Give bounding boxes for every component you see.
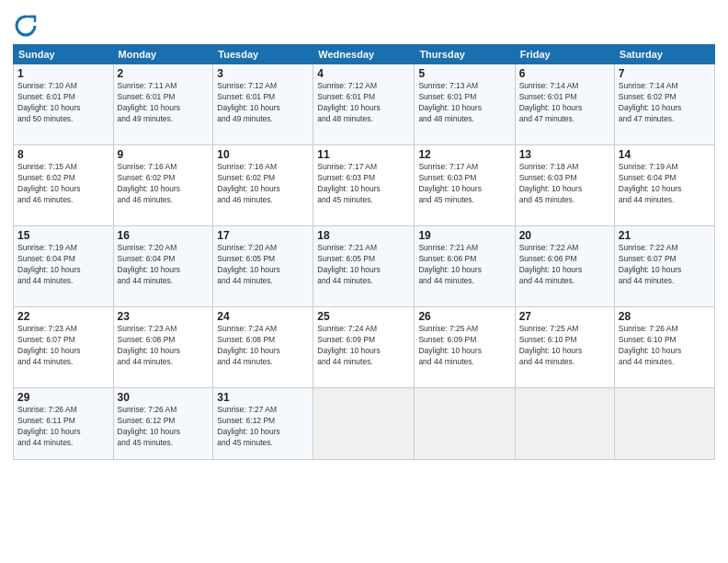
day-info: Sunrise: 7:11 AM Sunset: 6:01 PM Dayligh… — [118, 81, 210, 125]
table-row: 8 Sunrise: 7:15 AM Sunset: 6:02 PM Dayli… — [14, 145, 114, 226]
calendar-table: Sunday Monday Tuesday Wednesday Thursday… — [13, 44, 715, 460]
day-info: Sunrise: 7:14 AM Sunset: 6:02 PM Dayligh… — [619, 81, 711, 125]
table-row: 3 Sunrise: 7:12 AM Sunset: 6:01 PM Dayli… — [213, 64, 313, 145]
day-info: Sunrise: 7:21 AM Sunset: 6:06 PM Dayligh… — [418, 243, 510, 287]
day-number: 4 — [317, 67, 410, 80]
day-number: 13 — [519, 148, 610, 161]
table-row: 1 Sunrise: 7:10 AM Sunset: 6:01 PM Dayli… — [14, 64, 114, 145]
table-row: 11 Sunrise: 7:17 AM Sunset: 6:03 PM Dayl… — [313, 145, 415, 226]
day-number: 5 — [418, 67, 510, 80]
table-row: 25 Sunrise: 7:24 AM Sunset: 6:09 PM Dayl… — [313, 307, 415, 388]
day-info: Sunrise: 7:24 AM Sunset: 6:09 PM Dayligh… — [317, 324, 410, 368]
day-info: Sunrise: 7:22 AM Sunset: 6:06 PM Dayligh… — [519, 243, 610, 287]
col-tuesday: Tuesday — [213, 45, 313, 64]
header — [13, 9, 715, 39]
table-row: 19 Sunrise: 7:21 AM Sunset: 6:06 PM Dayl… — [415, 226, 515, 307]
header-row: Sunday Monday Tuesday Wednesday Thursday… — [14, 45, 715, 64]
table-row: 4 Sunrise: 7:12 AM Sunset: 6:01 PM Dayli… — [313, 64, 415, 145]
table-row: 10 Sunrise: 7:16 AM Sunset: 6:02 PM Dayl… — [213, 145, 313, 226]
table-row: 9 Sunrise: 7:16 AM Sunset: 6:02 PM Dayli… — [113, 145, 213, 226]
table-row: 26 Sunrise: 7:25 AM Sunset: 6:09 PM Dayl… — [415, 307, 515, 388]
day-number: 18 — [317, 229, 410, 242]
day-number: 10 — [217, 148, 309, 161]
day-number: 15 — [17, 229, 109, 242]
day-info: Sunrise: 7:17 AM Sunset: 6:03 PM Dayligh… — [418, 162, 510, 206]
day-number: 19 — [418, 229, 510, 242]
table-row: 13 Sunrise: 7:18 AM Sunset: 6:03 PM Dayl… — [515, 145, 614, 226]
table-row: 30 Sunrise: 7:26 AM Sunset: 6:12 PM Dayl… — [113, 388, 213, 460]
day-info: Sunrise: 7:12 AM Sunset: 6:01 PM Dayligh… — [317, 81, 410, 125]
col-sunday: Sunday — [14, 45, 114, 64]
logo-icon — [13, 13, 39, 39]
day-number: 24 — [217, 310, 309, 323]
table-row — [313, 388, 415, 460]
col-monday: Monday — [113, 45, 213, 64]
logo — [13, 13, 42, 39]
day-number: 21 — [619, 229, 711, 242]
day-info: Sunrise: 7:16 AM Sunset: 6:02 PM Dayligh… — [118, 162, 210, 206]
table-row: 15 Sunrise: 7:19 AM Sunset: 6:04 PM Dayl… — [14, 226, 114, 307]
day-info: Sunrise: 7:16 AM Sunset: 6:02 PM Dayligh… — [217, 162, 309, 206]
day-number: 9 — [118, 148, 210, 161]
day-info: Sunrise: 7:10 AM Sunset: 6:01 PM Dayligh… — [17, 81, 109, 125]
day-info: Sunrise: 7:19 AM Sunset: 6:04 PM Dayligh… — [619, 162, 711, 206]
table-row — [515, 388, 614, 460]
day-number: 6 — [519, 67, 610, 80]
day-number: 7 — [619, 67, 711, 80]
day-info: Sunrise: 7:27 AM Sunset: 6:12 PM Dayligh… — [217, 405, 309, 449]
day-info: Sunrise: 7:26 AM Sunset: 6:10 PM Dayligh… — [619, 324, 711, 368]
day-number: 22 — [17, 310, 109, 323]
day-number: 29 — [17, 391, 109, 404]
day-number: 14 — [619, 148, 711, 161]
day-info: Sunrise: 7:26 AM Sunset: 6:12 PM Dayligh… — [118, 405, 210, 449]
col-saturday: Saturday — [614, 45, 714, 64]
calendar-row: 1 Sunrise: 7:10 AM Sunset: 6:01 PM Dayli… — [14, 64, 715, 145]
day-info: Sunrise: 7:25 AM Sunset: 6:09 PM Dayligh… — [418, 324, 510, 368]
table-row: 17 Sunrise: 7:20 AM Sunset: 6:05 PM Dayl… — [213, 226, 313, 307]
day-number: 27 — [519, 310, 610, 323]
calendar-row: 8 Sunrise: 7:15 AM Sunset: 6:02 PM Dayli… — [14, 145, 715, 226]
day-info: Sunrise: 7:25 AM Sunset: 6:10 PM Dayligh… — [519, 324, 610, 368]
day-number: 3 — [217, 67, 309, 80]
calendar-row: 29 Sunrise: 7:26 AM Sunset: 6:11 PM Dayl… — [14, 388, 715, 460]
day-info: Sunrise: 7:20 AM Sunset: 6:05 PM Dayligh… — [217, 243, 309, 287]
table-row: 2 Sunrise: 7:11 AM Sunset: 6:01 PM Dayli… — [113, 64, 213, 145]
table-row: 28 Sunrise: 7:26 AM Sunset: 6:10 PM Dayl… — [614, 307, 714, 388]
col-wednesday: Wednesday — [313, 45, 415, 64]
day-info: Sunrise: 7:21 AM Sunset: 6:05 PM Dayligh… — [317, 243, 410, 287]
table-row: 24 Sunrise: 7:24 AM Sunset: 6:08 PM Dayl… — [213, 307, 313, 388]
day-number: 16 — [118, 229, 210, 242]
day-number: 25 — [317, 310, 410, 323]
page: Sunday Monday Tuesday Wednesday Thursday… — [0, 0, 728, 563]
table-row: 29 Sunrise: 7:26 AM Sunset: 6:11 PM Dayl… — [14, 388, 114, 460]
day-info: Sunrise: 7:17 AM Sunset: 6:03 PM Dayligh… — [317, 162, 410, 206]
day-info: Sunrise: 7:26 AM Sunset: 6:11 PM Dayligh… — [17, 405, 109, 449]
day-number: 17 — [217, 229, 309, 242]
day-number: 8 — [17, 148, 109, 161]
table-row: 14 Sunrise: 7:19 AM Sunset: 6:04 PM Dayl… — [614, 145, 714, 226]
table-row: 20 Sunrise: 7:22 AM Sunset: 6:06 PM Dayl… — [515, 226, 614, 307]
table-row — [614, 388, 714, 460]
day-info: Sunrise: 7:22 AM Sunset: 6:07 PM Dayligh… — [619, 243, 711, 287]
day-info: Sunrise: 7:18 AM Sunset: 6:03 PM Dayligh… — [519, 162, 610, 206]
day-info: Sunrise: 7:15 AM Sunset: 6:02 PM Dayligh… — [17, 162, 109, 206]
calendar-row: 22 Sunrise: 7:23 AM Sunset: 6:07 PM Dayl… — [14, 307, 715, 388]
day-number: 23 — [118, 310, 210, 323]
day-info: Sunrise: 7:20 AM Sunset: 6:04 PM Dayligh… — [118, 243, 210, 287]
day-number: 31 — [217, 391, 309, 404]
day-number: 28 — [619, 310, 711, 323]
table-row: 5 Sunrise: 7:13 AM Sunset: 6:01 PM Dayli… — [415, 64, 515, 145]
day-number: 11 — [317, 148, 410, 161]
table-row: 18 Sunrise: 7:21 AM Sunset: 6:05 PM Dayl… — [313, 226, 415, 307]
col-friday: Friday — [515, 45, 614, 64]
table-row: 12 Sunrise: 7:17 AM Sunset: 6:03 PM Dayl… — [415, 145, 515, 226]
calendar-row: 15 Sunrise: 7:19 AM Sunset: 6:04 PM Dayl… — [14, 226, 715, 307]
day-info: Sunrise: 7:24 AM Sunset: 6:08 PM Dayligh… — [217, 324, 309, 368]
table-row: 31 Sunrise: 7:27 AM Sunset: 6:12 PM Dayl… — [213, 388, 313, 460]
day-info: Sunrise: 7:23 AM Sunset: 6:08 PM Dayligh… — [118, 324, 210, 368]
day-number: 26 — [418, 310, 510, 323]
col-thursday: Thursday — [415, 45, 515, 64]
table-row: 7 Sunrise: 7:14 AM Sunset: 6:02 PM Dayli… — [614, 64, 714, 145]
table-row: 22 Sunrise: 7:23 AM Sunset: 6:07 PM Dayl… — [14, 307, 114, 388]
day-number: 2 — [118, 67, 210, 80]
